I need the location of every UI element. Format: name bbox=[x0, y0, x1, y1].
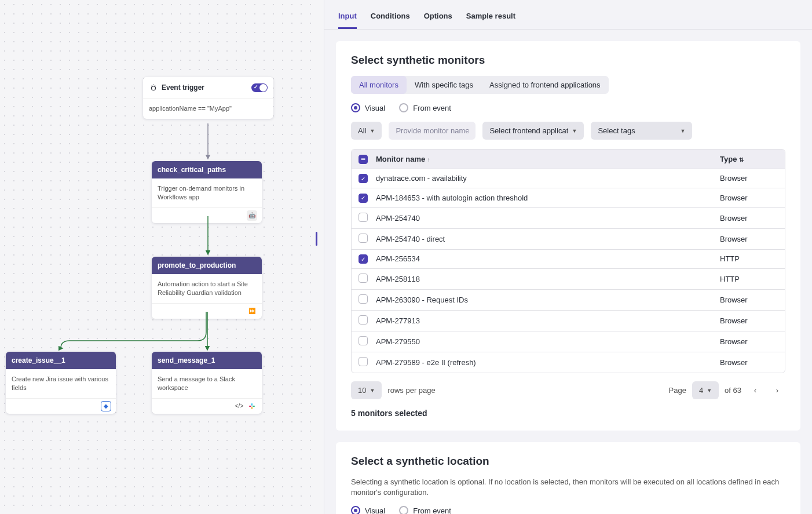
table-row[interactable]: ✓APM-184653 - with autologin action thre… bbox=[352, 188, 785, 207]
table-row[interactable]: APM-254740Browser bbox=[352, 207, 785, 228]
rows-per-page-label: rows per page bbox=[387, 386, 435, 395]
monitors-section: Select synthetic monitors All monitors W… bbox=[336, 41, 800, 431]
jira-icon: ◆ bbox=[101, 401, 111, 411]
column-label: Monitor name bbox=[376, 155, 425, 163]
monitors-table: ━ Monitor name ↑ Type ⇅ ✓dynatrace.com -… bbox=[351, 149, 785, 373]
node-check-critical-paths[interactable]: check_critical_paths Trigger on-demand m… bbox=[152, 161, 262, 223]
node-desc: Trigger on-demand monitors in Workflows … bbox=[158, 185, 244, 201]
column-monitor-name[interactable]: Monitor name ↑ bbox=[376, 155, 720, 163]
radio-dot-icon bbox=[351, 506, 360, 514]
rows-per-page-select[interactable]: 10 ▼ bbox=[351, 381, 382, 399]
trigger-icon bbox=[149, 83, 158, 92]
svg-rect-4 bbox=[249, 406, 251, 407]
row-name: APM-254740 bbox=[376, 214, 720, 223]
trigger-node[interactable]: Event trigger ✓ applicationName == "MyAp… bbox=[143, 77, 273, 119]
node-title: create_issue__1 bbox=[12, 356, 65, 364]
row-checkbox[interactable]: ✓ bbox=[359, 254, 368, 264]
row-checkbox[interactable] bbox=[359, 274, 368, 283]
select-all-checkbox[interactable]: ━ bbox=[359, 155, 368, 164]
row-type: HTTP bbox=[720, 254, 778, 263]
row-type: Browser bbox=[720, 235, 778, 243]
select-value: Select tags bbox=[598, 126, 635, 135]
table-row[interactable]: ✓dynatrace.com - availabilityBrowser bbox=[352, 169, 785, 188]
node-promote-to-production[interactable]: promote_to_production Automation action … bbox=[152, 257, 262, 319]
table-row[interactable]: APM-263090 - Request IDsBrowser bbox=[352, 289, 785, 310]
monitor-filter-pills: All monitors With specific tags Assigned… bbox=[351, 76, 609, 94]
guardian-icon: ⏩ bbox=[247, 306, 257, 316]
node-title: check_critical_paths bbox=[158, 166, 226, 174]
config-panel: Input Conditions Options Sample result S… bbox=[324, 0, 812, 514]
row-name: dynatrace.com - availability bbox=[376, 174, 720, 183]
chevron-down-icon: ▼ bbox=[680, 128, 685, 134]
page-of-label: of 63 bbox=[725, 386, 741, 395]
monitors-title: Select synthetic monitors bbox=[351, 54, 785, 67]
radio-from-event[interactable]: From event bbox=[399, 506, 451, 514]
row-checkbox[interactable] bbox=[359, 213, 368, 222]
pill-all-monitors[interactable]: All monitors bbox=[351, 76, 407, 94]
select-value: Select frontend applicatio bbox=[489, 126, 568, 135]
page-label: Page bbox=[669, 386, 686, 395]
sort-icon: ⇅ bbox=[739, 156, 744, 163]
radio-label: Visual bbox=[365, 506, 385, 514]
row-checkbox[interactable]: ✓ bbox=[359, 174, 368, 183]
page-next-button[interactable]: › bbox=[769, 382, 785, 399]
node-title: send_message_1 bbox=[158, 356, 215, 364]
trigger-title: Event trigger bbox=[162, 83, 204, 92]
row-checkbox[interactable] bbox=[359, 315, 368, 325]
row-checkbox[interactable] bbox=[359, 234, 368, 243]
table-row[interactable]: APM-279589 - e2e II (refresh)Browser bbox=[352, 352, 785, 373]
table-header: ━ Monitor name ↑ Type ⇅ bbox=[352, 150, 785, 169]
svg-point-0 bbox=[152, 86, 156, 90]
radio-visual[interactable]: Visual bbox=[351, 103, 385, 112]
pill-with-tags[interactable]: With specific tags bbox=[407, 76, 481, 94]
slack-icon bbox=[247, 401, 257, 411]
edge bbox=[206, 312, 209, 352]
frontend-app-select[interactable]: Select frontend applicatio ▼ bbox=[482, 122, 584, 140]
tab-input[interactable]: Input bbox=[338, 7, 357, 29]
page-select[interactable]: 4 ▼ bbox=[692, 381, 719, 399]
table-row[interactable]: APM-279550Browser bbox=[352, 331, 785, 352]
row-name: APM-184653 - with autologin action thres… bbox=[376, 194, 720, 202]
workflow-canvas[interactable]: Event trigger ✓ applicationName == "MyAp… bbox=[0, 0, 316, 514]
radio-from-event[interactable]: From event bbox=[399, 103, 451, 112]
node-create-issue[interactable]: create_issue__1 Create new Jira issue wi… bbox=[6, 352, 116, 414]
row-type: Browser bbox=[720, 194, 778, 202]
page-prev-button[interactable]: ‹ bbox=[747, 382, 763, 399]
pill-assigned-apps[interactable]: Assigned to frontend applications bbox=[481, 76, 609, 94]
tab-conditions[interactable]: Conditions bbox=[371, 7, 410, 29]
row-checkbox[interactable]: ✓ bbox=[359, 194, 368, 203]
row-checkbox[interactable] bbox=[359, 336, 368, 345]
trigger-condition: applicationName == "MyApp" bbox=[149, 105, 232, 112]
filter-row: All ▼ Select frontend applicatio ▼ Selec… bbox=[351, 122, 785, 140]
row-checkbox[interactable] bbox=[359, 357, 368, 366]
panel-resize-handle[interactable] bbox=[316, 232, 317, 246]
row-type: Browser bbox=[720, 214, 778, 223]
table-row[interactable]: APM-254740 - directBrowser bbox=[352, 228, 785, 249]
type-filter-select[interactable]: All ▼ bbox=[351, 122, 382, 140]
tags-select[interactable]: Select tags ▼ bbox=[591, 122, 692, 140]
row-checkbox[interactable] bbox=[359, 294, 368, 304]
table-row[interactable]: APM-277913Browser bbox=[352, 310, 785, 331]
svg-rect-6 bbox=[251, 403, 253, 406]
robot-icon: 🤖 bbox=[247, 210, 257, 221]
table-row[interactable]: APM-258118HTTP bbox=[352, 268, 785, 289]
pagination: 10 ▼ rows per page Page 4 ▼ of 63 ‹ › bbox=[351, 381, 785, 399]
tab-sample-result[interactable]: Sample result bbox=[466, 7, 515, 29]
sort-asc-icon: ↑ bbox=[427, 156, 430, 163]
node-desc: Create new Jira issue with various field… bbox=[12, 376, 108, 391]
chevron-down-icon: ▼ bbox=[370, 128, 375, 134]
location-title: Select a synthetic location bbox=[351, 455, 785, 468]
radio-dot-icon bbox=[399, 506, 408, 514]
location-mode-radios: Visual From event bbox=[351, 506, 785, 514]
trigger-toggle[interactable]: ✓ bbox=[251, 83, 268, 92]
node-desc: Automation action to start a Site Reliab… bbox=[158, 280, 248, 296]
column-type[interactable]: Type ⇅ bbox=[720, 155, 778, 163]
monitor-name-input[interactable] bbox=[389, 122, 476, 140]
chevron-down-icon: ▼ bbox=[572, 128, 577, 134]
row-name: APM-254740 - direct bbox=[376, 235, 720, 243]
tab-options[interactable]: Options bbox=[424, 7, 452, 29]
edge bbox=[207, 216, 209, 257]
radio-visual[interactable]: Visual bbox=[351, 506, 385, 514]
node-send-message[interactable]: send_message_1 Send a message to a Slack… bbox=[152, 352, 262, 414]
table-row[interactable]: ✓APM-256534HTTP bbox=[352, 249, 785, 269]
